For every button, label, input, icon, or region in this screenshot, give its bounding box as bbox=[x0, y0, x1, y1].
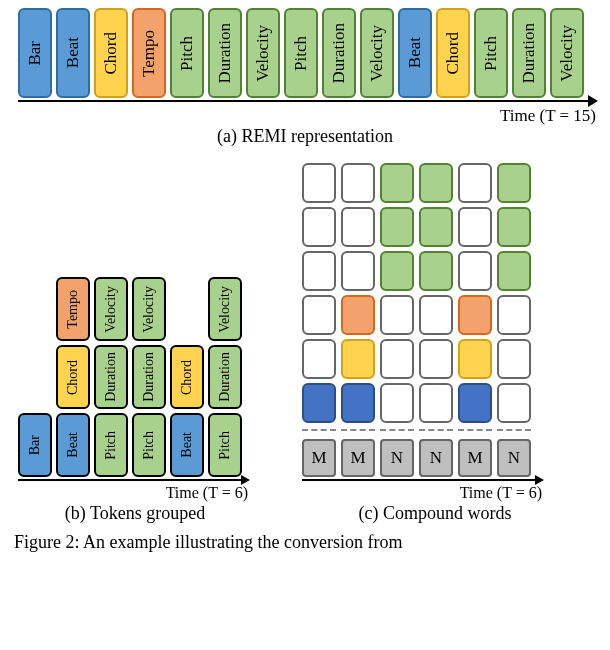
cw-family-N: N bbox=[497, 439, 531, 477]
token-label: Chord bbox=[101, 32, 121, 75]
token-label: Duration bbox=[141, 352, 157, 402]
cw-slot-white bbox=[341, 163, 375, 203]
token-label: Duration bbox=[215, 23, 235, 83]
panel-b-column: Bar bbox=[18, 413, 52, 477]
token-label: Pitch bbox=[481, 36, 501, 71]
cw-family-M: M bbox=[302, 439, 336, 477]
token-label: Chord bbox=[179, 360, 195, 395]
panel-c-column: M bbox=[458, 163, 492, 477]
cw-slot-white bbox=[302, 339, 336, 379]
cw-family-M: M bbox=[341, 439, 375, 477]
cw-divider bbox=[302, 429, 336, 431]
panel-a: BarBeatChordTempoPitchDurationVelocityPi… bbox=[10, 8, 600, 147]
token-bar: Bar bbox=[18, 8, 52, 98]
token-label: Beat bbox=[63, 37, 83, 68]
token-chord: Chord bbox=[436, 8, 470, 98]
cw-slot-green bbox=[380, 251, 414, 291]
token-label: Pitch bbox=[177, 36, 197, 71]
token-duration: Duration bbox=[512, 8, 546, 98]
token-label: Bar bbox=[27, 435, 43, 455]
token-duration: Duration bbox=[132, 345, 166, 409]
panel-b-caption: (b) Tokens grouped bbox=[10, 503, 260, 524]
token-velocity: Velocity bbox=[208, 277, 242, 341]
token-beat: Beat bbox=[398, 8, 432, 98]
cw-slot-green bbox=[419, 163, 453, 203]
panel-c-column: N bbox=[419, 163, 453, 477]
token-pitch: Pitch bbox=[284, 8, 318, 98]
panel-c-column: N bbox=[497, 163, 531, 477]
token-pitch: Pitch bbox=[474, 8, 508, 98]
cw-slot-white bbox=[302, 251, 336, 291]
panel-b-column: VelocityDurationPitch bbox=[94, 277, 128, 477]
panel-c-time-label: Time (T = 6) bbox=[460, 484, 542, 502]
token-label: Duration bbox=[103, 352, 119, 402]
cw-family-N: N bbox=[419, 439, 453, 477]
token-beat: Beat bbox=[56, 8, 90, 98]
panel-b-column: VelocityDurationPitch bbox=[132, 277, 166, 477]
token-label: Duration bbox=[519, 23, 539, 83]
panel-a-time-label: Time (T = 15) bbox=[500, 106, 596, 126]
cw-slot-yellow bbox=[341, 339, 375, 379]
cw-slot-green bbox=[419, 207, 453, 247]
token-label: Chord bbox=[443, 32, 463, 75]
cw-slot-white bbox=[302, 163, 336, 203]
cw-slot-green bbox=[380, 207, 414, 247]
cw-slot-green bbox=[380, 163, 414, 203]
panel-a-time-axis: Time (T = 15) bbox=[18, 100, 596, 124]
cw-slot-blue bbox=[302, 383, 336, 423]
panel-c-column: M bbox=[302, 163, 336, 477]
token-velocity: Velocity bbox=[246, 8, 280, 98]
panel-c-column: N bbox=[380, 163, 414, 477]
token-pitch: Pitch bbox=[208, 413, 242, 477]
token-duration: Duration bbox=[322, 8, 356, 98]
token-label: Velocity bbox=[253, 25, 273, 82]
cw-slot-blue bbox=[458, 383, 492, 423]
token-label: Velocity bbox=[557, 25, 577, 82]
cw-slot-white bbox=[458, 251, 492, 291]
token-duration: Duration bbox=[94, 345, 128, 409]
cw-slot-white bbox=[497, 339, 531, 379]
token-velocity: Velocity bbox=[550, 8, 584, 98]
token-label: Chord bbox=[65, 360, 81, 395]
cw-slot-white bbox=[380, 339, 414, 379]
cw-slot-white bbox=[497, 295, 531, 335]
panel-b-grid: BarTempoChordBeatVelocityDurationPitchVe… bbox=[10, 277, 260, 477]
cw-divider bbox=[458, 429, 492, 431]
panel-c-time-axis: Time (T = 6) bbox=[302, 479, 542, 501]
panel-b-column: ChordBeat bbox=[170, 345, 204, 477]
panel-b-column: TempoChordBeat bbox=[56, 277, 90, 477]
token-bar: Bar bbox=[18, 413, 52, 477]
token-pitch: Pitch bbox=[94, 413, 128, 477]
token-label: Duration bbox=[329, 23, 349, 83]
panel-c-caption: (c) Compound words bbox=[290, 503, 580, 524]
panel-b-time-axis: Time (T = 6) bbox=[18, 479, 248, 501]
token-velocity: Velocity bbox=[360, 8, 394, 98]
cw-slot-green bbox=[497, 207, 531, 247]
token-label: Beat bbox=[65, 432, 81, 458]
token-pitch: Pitch bbox=[170, 8, 204, 98]
token-pitch: Pitch bbox=[132, 413, 166, 477]
cw-slot-white bbox=[497, 383, 531, 423]
cw-family-N: N bbox=[380, 439, 414, 477]
token-label: Tempo bbox=[139, 30, 159, 77]
panel-c-grid: MMNNMN bbox=[290, 163, 580, 477]
token-tempo: Tempo bbox=[132, 8, 166, 98]
panel-b: BarTempoChordBeatVelocityDurationPitchVe… bbox=[10, 277, 260, 524]
cw-slot-white bbox=[302, 207, 336, 247]
cw-slot-white bbox=[458, 163, 492, 203]
token-duration: Duration bbox=[208, 8, 242, 98]
panel-a-caption: (a) REMI representation bbox=[10, 126, 600, 147]
cw-divider bbox=[419, 429, 453, 431]
cw-slot-orange bbox=[458, 295, 492, 335]
cw-slot-white bbox=[380, 295, 414, 335]
cw-divider bbox=[380, 429, 414, 431]
panel-a-token-row: BarBeatChordTempoPitchDurationVelocityPi… bbox=[10, 8, 600, 98]
token-label: Duration bbox=[217, 352, 233, 402]
token-beat: Beat bbox=[56, 413, 90, 477]
cw-slot-white bbox=[419, 339, 453, 379]
bottom-row: BarTempoChordBeatVelocityDurationPitchVe… bbox=[10, 163, 600, 524]
token-label: Bar bbox=[25, 41, 45, 66]
cw-slot-white bbox=[419, 383, 453, 423]
token-velocity: Velocity bbox=[94, 277, 128, 341]
token-label: Velocity bbox=[141, 286, 157, 333]
